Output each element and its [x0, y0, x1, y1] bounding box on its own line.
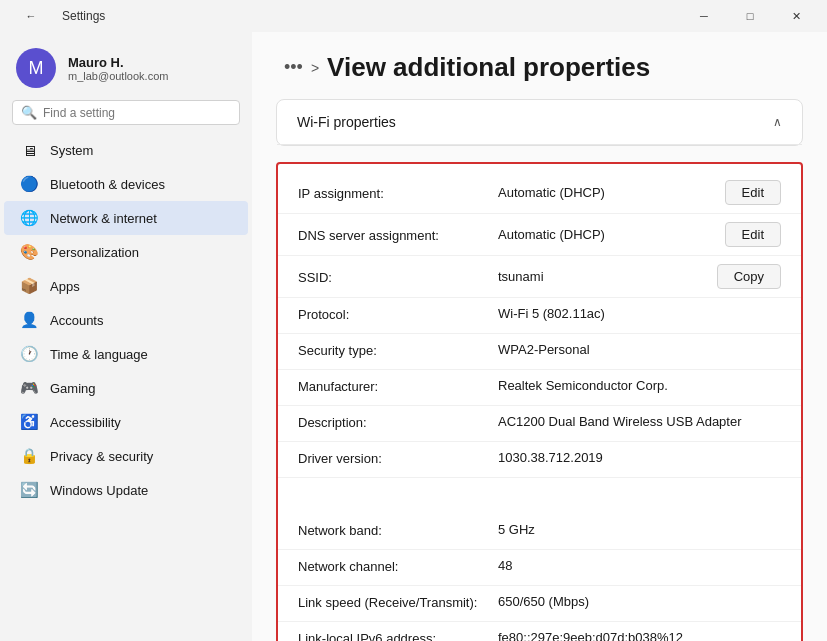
titlebar-title: Settings — [62, 9, 105, 23]
prop-spacer — [278, 478, 801, 514]
prop-value-network-channel: 48 — [498, 558, 781, 573]
sidebar: M Mauro H. m_lab@outlook.com 🔍 🖥 System … — [0, 32, 252, 641]
maximize-button[interactable]: □ — [727, 0, 773, 32]
sidebar-label-accounts: Accounts — [50, 313, 103, 328]
gaming-icon: 🎮 — [20, 379, 38, 397]
titlebar-left: ← Settings — [8, 0, 105, 32]
chevron-up-icon: ∧ — [773, 115, 782, 129]
prop-label-manufacturer: Manufacturer: — [298, 378, 498, 394]
prop-label-link-speed: Link speed (Receive/Transmit): — [298, 594, 498, 610]
titlebar-controls: ─ □ ✕ — [681, 0, 819, 32]
sidebar-label-gaming: Gaming — [50, 381, 96, 396]
prop-value-dns-assignment: Automatic (DHCP) — [498, 227, 713, 242]
prop-row-protocol: Protocol:Wi-Fi 5 (802.11ac) — [278, 298, 801, 334]
titlebar: ← Settings ─ □ ✕ — [0, 0, 827, 32]
prop-row-network-band: Network band:5 GHz — [278, 514, 801, 550]
user-email: m_lab@outlook.com — [68, 70, 168, 82]
prop-row-network-channel: Network channel:48 — [278, 550, 801, 586]
sidebar-item-apps[interactable]: 📦 Apps — [4, 269, 248, 303]
prop-row-description: Description:AC1200 Dual Band Wireless US… — [278, 406, 801, 442]
network-icon: 🌐 — [20, 209, 38, 227]
prop-value-ipv6: fe80::297e:9eeb:d07d:b038%12 — [498, 630, 781, 641]
sidebar-item-personalization[interactable]: 🎨 Personalization — [4, 235, 248, 269]
update-icon: 🔄 — [20, 481, 38, 499]
sidebar-item-update[interactable]: 🔄 Windows Update — [4, 473, 248, 507]
prop-value-ssid: tsunami — [498, 269, 705, 284]
sidebar-label-system: System — [50, 143, 93, 158]
sidebar-item-accessibility[interactable]: ♿ Accessibility — [4, 405, 248, 439]
sidebar-label-update: Windows Update — [50, 483, 148, 498]
section-header[interactable]: Wi-Fi properties ∧ — [277, 100, 802, 145]
properties-container: IP assignment:Automatic (DHCP)EditDNS se… — [276, 162, 803, 641]
breadcrumb-dots[interactable]: ••• — [284, 57, 303, 78]
sidebar-item-privacy[interactable]: 🔒 Privacy & security — [4, 439, 248, 473]
prop-label-description: Description: — [298, 414, 498, 430]
accessibility-icon: ♿ — [20, 413, 38, 431]
search-box[interactable]: 🔍 — [12, 100, 240, 125]
prop-label-ip-assignment: IP assignment: — [298, 185, 498, 201]
personalization-icon: 🎨 — [20, 243, 38, 261]
user-info: Mauro H. m_lab@outlook.com — [68, 55, 168, 82]
sidebar-label-time: Time & language — [50, 347, 148, 362]
sidebar-label-personalization: Personalization — [50, 245, 139, 260]
back-button[interactable]: ← — [8, 0, 54, 32]
privacy-icon: 🔒 — [20, 447, 38, 465]
sidebar-item-network[interactable]: 🌐 Network & internet — [4, 201, 248, 235]
prop-value-manufacturer: Realtek Semiconductor Corp. — [498, 378, 781, 393]
bluetooth-icon: 🔵 — [20, 175, 38, 193]
section-title: Wi-Fi properties — [297, 114, 396, 130]
minimize-button[interactable]: ─ — [681, 0, 727, 32]
sidebar-label-apps: Apps — [50, 279, 80, 294]
sidebar-item-gaming[interactable]: 🎮 Gaming — [4, 371, 248, 405]
prop-row-ipv6: Link-local IPv6 address:fe80::297e:9eeb:… — [278, 622, 801, 641]
prop-row-ip-assignment: IP assignment:Automatic (DHCP)Edit — [278, 172, 801, 214]
edit-button-dns-assignment[interactable]: Edit — [725, 222, 781, 247]
sidebar-label-bluetooth: Bluetooth & devices — [50, 177, 165, 192]
edit-button-ip-assignment[interactable]: Edit — [725, 180, 781, 205]
prop-row-ssid: SSID:tsunamiCopy — [278, 256, 801, 298]
search-icon: 🔍 — [21, 105, 37, 120]
prop-value-link-speed: 650/650 (Mbps) — [498, 594, 781, 609]
prop-row-driver: Driver version:1030.38.712.2019 — [278, 442, 801, 478]
prop-value-network-band: 5 GHz — [498, 522, 781, 537]
user-profile[interactable]: M Mauro H. m_lab@outlook.com — [0, 32, 252, 100]
prop-value-driver: 1030.38.712.2019 — [498, 450, 781, 465]
content-area: ••• > View additional properties Wi-Fi p… — [252, 32, 827, 641]
prop-row-link-speed: Link speed (Receive/Transmit):650/650 (M… — [278, 586, 801, 622]
prop-label-dns-assignment: DNS server assignment: — [298, 227, 498, 243]
prop-label-network-channel: Network channel: — [298, 558, 498, 574]
sidebar-item-time[interactable]: 🕐 Time & language — [4, 337, 248, 371]
prop-value-description: AC1200 Dual Band Wireless USB Adapter — [498, 414, 781, 429]
apps-icon: 📦 — [20, 277, 38, 295]
user-name: Mauro H. — [68, 55, 168, 70]
wifi-properties-card: Wi-Fi properties ∧ — [276, 99, 803, 146]
prop-value-protocol: Wi-Fi 5 (802.11ac) — [498, 306, 781, 321]
accounts-icon: 👤 — [20, 311, 38, 329]
system-icon: 🖥 — [20, 141, 38, 159]
sidebar-item-accounts[interactable]: 👤 Accounts — [4, 303, 248, 337]
sidebar-item-bluetooth[interactable]: 🔵 Bluetooth & devices — [4, 167, 248, 201]
prop-row-security: Security type:WPA2-Personal — [278, 334, 801, 370]
prop-value-security: WPA2-Personal — [498, 342, 781, 357]
avatar: M — [16, 48, 56, 88]
sidebar-item-system[interactable]: 🖥 System — [4, 133, 248, 167]
close-button[interactable]: ✕ — [773, 0, 819, 32]
sidebar-label-privacy: Privacy & security — [50, 449, 153, 464]
prop-label-driver: Driver version: — [298, 450, 498, 466]
prop-value-ip-assignment: Automatic (DHCP) — [498, 185, 713, 200]
copy-button-ssid[interactable]: Copy — [717, 264, 781, 289]
prop-label-network-band: Network band: — [298, 522, 498, 538]
prop-label-protocol: Protocol: — [298, 306, 498, 322]
breadcrumb-arrow: > — [311, 60, 319, 76]
search-input[interactable] — [43, 106, 231, 120]
time-icon: 🕐 — [20, 345, 38, 363]
prop-label-security: Security type: — [298, 342, 498, 358]
sidebar-nav: 🖥 System 🔵 Bluetooth & devices 🌐 Network… — [0, 133, 252, 507]
sidebar-label-network: Network & internet — [50, 211, 157, 226]
prop-row-dns-assignment: DNS server assignment:Automatic (DHCP)Ed… — [278, 214, 801, 256]
app-body: M Mauro H. m_lab@outlook.com 🔍 🖥 System … — [0, 32, 827, 641]
sidebar-label-accessibility: Accessibility — [50, 415, 121, 430]
prop-label-ssid: SSID: — [298, 269, 498, 285]
prop-label-ipv6: Link-local IPv6 address: — [298, 630, 498, 641]
prop-row-manufacturer: Manufacturer:Realtek Semiconductor Corp. — [278, 370, 801, 406]
